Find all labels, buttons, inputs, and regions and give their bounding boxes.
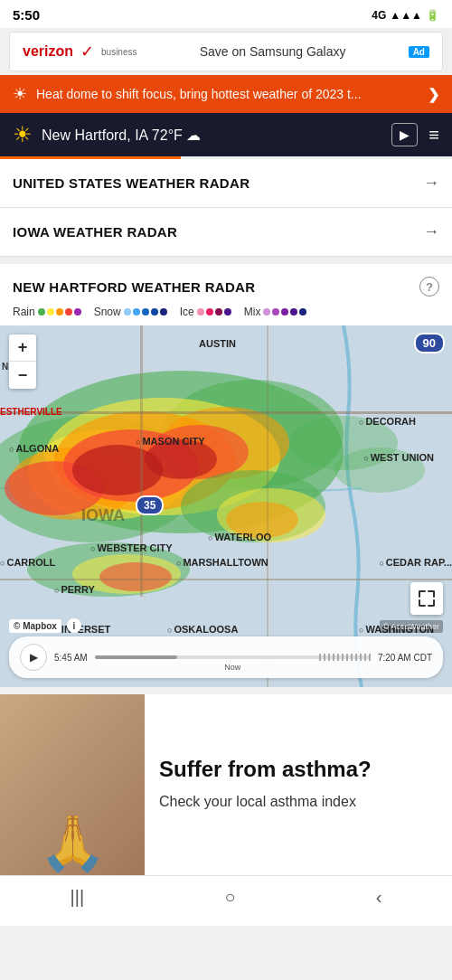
- ad-brand: verizon ✓ business: [23, 42, 137, 61]
- nav-label-iowa-radar: IOWA WEATHER RADAR: [13, 224, 177, 240]
- ad-image-icon: 🙏: [39, 811, 107, 875]
- ad-text: Save on Samsung Galaxy: [200, 44, 346, 59]
- zoom-controls: + −: [9, 335, 36, 389]
- timeline-start-time: 5:45 AM: [54, 653, 88, 663]
- zoom-in-button[interactable]: +: [9, 335, 36, 362]
- mix-dots: [263, 308, 306, 316]
- radar-svg: [0, 325, 452, 687]
- radar-section: NEW HARTFORD WEATHER RADAR ? Rain Snow: [0, 264, 452, 687]
- rain-dots: [38, 308, 81, 316]
- location-actions: ▶ ≡: [391, 123, 439, 146]
- legend-ice: Ice: [180, 306, 231, 318]
- legend-snow-label: Snow: [94, 306, 121, 318]
- timeline-play-button[interactable]: ▶: [20, 644, 47, 671]
- cloud-icon: ☁: [186, 127, 201, 143]
- legend-rain: Rain: [13, 306, 81, 318]
- play-icon: ▶: [30, 651, 38, 664]
- svg-rect-28: [0, 579, 452, 580]
- svg-point-18: [145, 439, 217, 479]
- attribution-info-button[interactable]: i: [67, 618, 81, 633]
- svg-point-26: [99, 562, 172, 591]
- bottom-ad-banner[interactable]: 🙏 Suffer from asthma? Check your local a…: [0, 694, 452, 875]
- radar-header: NEW HARTFORD WEATHER RADAR ?: [0, 264, 452, 302]
- verizon-check: ✓: [80, 42, 94, 61]
- battery-icon: 🔋: [426, 9, 439, 22]
- legend-mix: Mix: [244, 306, 307, 318]
- ad-content: Suffer from asthma? Check your local ast…: [145, 694, 452, 875]
- nav-arrow-iowa-radar: →: [423, 222, 439, 241]
- ad-badge: Ad: [409, 46, 429, 58]
- ad-sub: business: [101, 47, 137, 57]
- signal-icon: ▲▲▲: [390, 9, 422, 22]
- ad-image: 🙏: [0, 694, 145, 875]
- mapbox-logo: © Mapbox: [9, 619, 61, 633]
- radar-timeline: ▶ 5:45 AM Now 7:20 AM CDT: [9, 636, 443, 678]
- legend-ice-label: Ice: [180, 306, 194, 318]
- accuweather-attribution: © AccuWeather: [380, 620, 444, 633]
- nav-home-gesture[interactable]: ○: [224, 887, 235, 908]
- status-icons: 4G ▲▲▲ 🔋: [372, 9, 439, 22]
- breaking-news-bar[interactable]: ☀ Heat dome to shift focus, bring hottes…: [0, 75, 452, 113]
- breaking-arrow: ❯: [428, 86, 439, 103]
- svg-point-23: [334, 448, 425, 493]
- verizon-logo: verizon: [23, 43, 73, 60]
- timeline-now-label: Now: [224, 663, 240, 672]
- breaking-icon: ☀: [13, 84, 27, 104]
- location-info: New Hartford, IA 72°F ☁: [42, 127, 382, 144]
- legend-rain-label: Rain: [13, 306, 35, 318]
- svg-rect-27: [0, 411, 452, 414]
- snow-dots: [124, 308, 167, 316]
- help-button[interactable]: ?: [419, 277, 439, 297]
- nav-item-iowa-radar[interactable]: IOWA WEATHER RADAR →: [0, 208, 452, 257]
- menu-button[interactable]: ≡: [428, 125, 439, 146]
- ice-dots: [197, 308, 231, 316]
- legend-mix-label: Mix: [244, 306, 261, 318]
- timeline-track[interactable]: Now: [95, 655, 371, 659]
- nav-label-us-radar: UNITED STATES WEATHER RADAR: [13, 175, 250, 191]
- map-attribution: © Mapbox i: [9, 618, 81, 633]
- radar-title: NEW HARTFORD WEATHER RADAR: [13, 279, 255, 295]
- timeline-ticks: [319, 654, 371, 661]
- timeline-end-time: 7:20 AM CDT: [378, 653, 432, 663]
- highway-90-badge: 90: [414, 333, 445, 353]
- nav-back-gesture[interactable]: ‹: [376, 887, 382, 908]
- location-bar: ☀ New Hartford, IA 72°F ☁ ▶ ≡: [0, 113, 452, 156]
- nav-arrow-us-radar: →: [423, 174, 439, 193]
- svg-rect-30: [267, 325, 268, 687]
- video-play-button[interactable]: ▶: [391, 123, 418, 146]
- breaking-text: Heat dome to shift focus, bring hottest …: [36, 87, 419, 101]
- svg-point-21: [226, 502, 298, 538]
- status-time: 5:50: [13, 7, 40, 23]
- status-bar: 5:50 4G ▲▲▲ 🔋: [0, 0, 452, 28]
- location-name: New Hartford, IA: [42, 127, 147, 143]
- nav-menu-gesture[interactable]: |||: [71, 887, 85, 908]
- radar-map[interactable]: AUSTIN ESTHERVILLE DECORAH ALGONA MASON …: [0, 325, 452, 687]
- ad-headline: Suffer from asthma?: [159, 757, 438, 783]
- timeline-progress: [95, 655, 178, 659]
- ad-banner[interactable]: verizon ✓ business Save on Samsung Galax…: [9, 32, 443, 71]
- ad-subtext: Check your local asthma index: [159, 792, 438, 812]
- sun-icon: ☀: [13, 122, 33, 147]
- svg-rect-29: [140, 325, 143, 597]
- network-indicator: 4G: [372, 9, 386, 22]
- zoom-out-button[interactable]: −: [9, 362, 36, 389]
- expand-map-button[interactable]: [410, 582, 443, 615]
- legend-snow: Snow: [94, 306, 167, 318]
- location-temp: 72°F: [152, 127, 183, 143]
- bottom-navigation: ||| ○ ‹: [0, 875, 452, 926]
- radar-legend: Rain Snow Ice: [0, 302, 452, 325]
- nav-item-us-radar[interactable]: UNITED STATES WEATHER RADAR →: [0, 159, 452, 208]
- highway-35-badge: 35: [136, 495, 164, 515]
